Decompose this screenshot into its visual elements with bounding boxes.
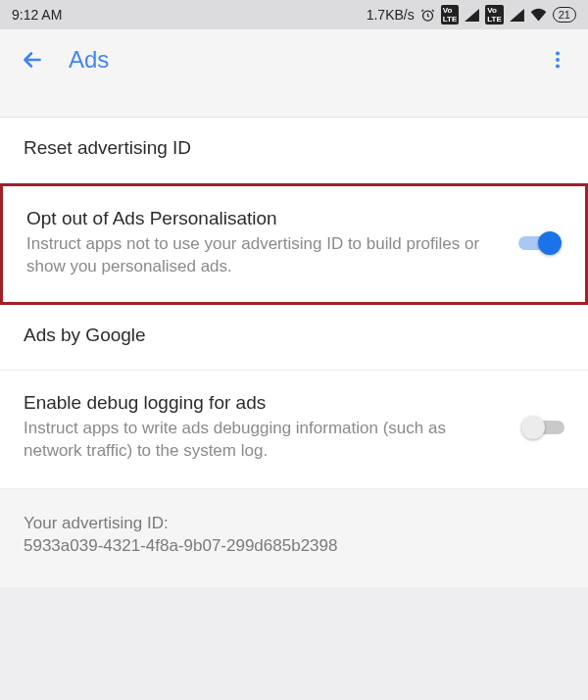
signal-icon-2 [510,9,524,22]
row-text: Opt out of Ads Personalisation Instruct … [26,208,499,278]
row-subtitle: Instruct apps to write ads debugging inf… [24,418,502,463]
status-speed: 1.7KB/s [367,7,415,23]
opt-out-toggle[interactable] [518,231,562,255]
opt-out-personalisation-row[interactable]: Opt out of Ads Personalisation Instruct … [0,183,588,305]
advertising-id-label: Your advertising ID: [24,513,564,535]
battery-indicator: 21 [553,7,576,23]
header-spacer [0,90,588,118]
row-title: Enable debug logging for ads [24,392,502,414]
status-bar: 9:12 AM 1.7KB/s VoLTE VoLTE 21 [0,0,588,29]
signal-icon-1 [465,9,479,22]
alarm-icon [420,8,435,23]
svg-point-2 [556,58,560,62]
svg-point-3 [556,64,560,68]
advertising-id-value: 5933a039-4321-4f8a-9b07-299d685b2398 [24,535,564,558]
debug-logging-toggle[interactable] [521,416,564,439]
row-title: Reset advertising ID [24,137,564,159]
wifi-icon [530,8,547,22]
back-button[interactable] [12,39,53,80]
volte-badge-2: VoLTE [485,5,504,25]
more-options-button[interactable] [539,41,576,78]
row-subtitle: Instruct apps not to use your advertisin… [26,233,499,278]
svg-point-1 [556,52,560,56]
row-text: Enable debug logging for ads Instruct ap… [24,392,502,463]
advertising-id-row: Your advertising ID: 5933a039-4321-4f8a-… [0,489,588,587]
row-title: Opt out of Ads Personalisation [26,208,499,229]
status-right: 1.7KB/s VoLTE VoLTE 21 [367,5,576,25]
status-time: 9:12 AM [12,7,62,23]
app-bar: Ads [0,29,588,90]
enable-debug-logging-row[interactable]: Enable debug logging for ads Instruct ap… [0,371,588,489]
reset-advertising-id-row[interactable]: Reset advertising ID [0,118,588,183]
page-title: Ads [69,46,539,74]
volte-badge-1: VoLTE [441,5,460,25]
row-title: Ads by Google [24,325,564,346]
ads-by-google-row[interactable]: Ads by Google [0,305,588,371]
settings-list: Reset advertising ID Opt out of Ads Pers… [0,118,588,587]
